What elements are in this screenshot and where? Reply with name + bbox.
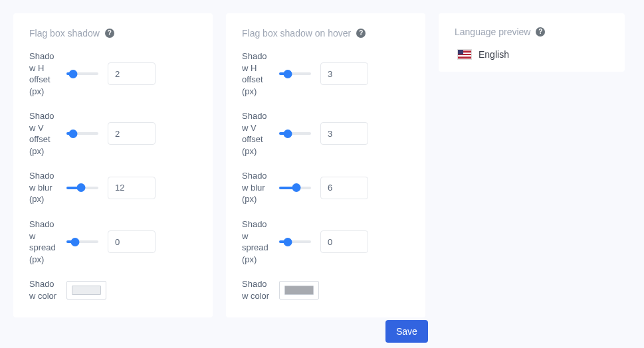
shadow-blur-slider[interactable] [279, 183, 311, 193]
panel-title: Flag box shadow ? [29, 28, 197, 39]
panel-title-text: Flag box shadow [29, 28, 100, 39]
shadow-color-picker[interactable] [279, 281, 319, 300]
shadow-h-offset-slider[interactable] [66, 69, 98, 78]
help-icon[interactable]: ? [356, 29, 366, 38]
shadow-spread-input[interactable] [320, 230, 368, 253]
shadow-h-offset-input[interactable] [320, 62, 368, 85]
shadow-blur-row: Shadow blur (px) [242, 170, 409, 205]
flag-shadow-panel: Flag box shadow ? Shadow H offset (px) S… [13, 13, 213, 317]
shadow-blur-row: Shadow blur (px) [29, 170, 197, 205]
shadow-h-offset-row: Shadow H offset (px) [242, 50, 409, 97]
shadow-spread-row: Shadow spread (px) [29, 218, 197, 265]
field-label: Shadow color [242, 278, 270, 302]
panel-title-text: Flag box shadow on hover [242, 28, 351, 39]
field-label: Shadow H offset (px) [242, 50, 270, 97]
field-label: Shadow blur (px) [242, 170, 270, 205]
panel-title-text: Language preview [455, 27, 530, 37]
help-icon[interactable]: ? [105, 29, 114, 38]
field-label: Shadow spread (px) [242, 218, 270, 265]
shadow-v-offset-input[interactable] [108, 122, 156, 145]
panel-title: Flag box shadow on hover ? [242, 28, 409, 39]
field-label: Shadow V offset (px) [242, 110, 270, 157]
language-preview-panel: Language preview ? English [439, 13, 625, 72]
shadow-spread-input[interactable] [108, 230, 156, 253]
panel-title: Language preview ? [455, 27, 609, 37]
language-label: English [479, 49, 509, 60]
field-label: Shadow V offset (px) [29, 110, 57, 157]
color-swatch-icon [284, 286, 314, 295]
shadow-color-row: Shadow color [29, 278, 197, 302]
shadow-h-offset-input[interactable] [108, 62, 156, 85]
shadow-v-offset-row: Shadow V offset (px) [29, 110, 197, 157]
field-label: Shadow color [29, 278, 57, 302]
language-preview-item[interactable]: English [455, 49, 609, 60]
field-label: Shadow H offset (px) [29, 50, 57, 97]
shadow-v-offset-slider[interactable] [279, 129, 311, 138]
shadow-spread-slider[interactable] [279, 237, 311, 246]
color-swatch-icon [72, 286, 101, 295]
shadow-h-offset-row: Shadow H offset (px) [29, 50, 197, 97]
us-flag-icon [457, 49, 472, 60]
shadow-blur-input[interactable] [320, 177, 368, 199]
shadow-v-offset-row: Shadow V offset (px) [242, 110, 409, 157]
field-label: Shadow spread (px) [29, 218, 57, 265]
shadow-color-picker[interactable] [66, 281, 106, 300]
flag-shadow-hover-panel: Flag box shadow on hover ? Shadow H offs… [226, 13, 425, 317]
field-label: Shadow blur (px) [29, 170, 57, 205]
shadow-h-offset-slider[interactable] [279, 69, 311, 78]
shadow-v-offset-input[interactable] [320, 122, 368, 145]
shadow-spread-row: Shadow spread (px) [242, 218, 409, 265]
save-button[interactable]: Save [385, 320, 428, 343]
shadow-blur-slider[interactable] [66, 183, 98, 193]
help-icon[interactable]: ? [536, 27, 545, 37]
shadow-spread-slider[interactable] [66, 237, 98, 246]
shadow-color-row: Shadow color [242, 278, 409, 302]
shadow-blur-input[interactable] [108, 177, 156, 199]
shadow-v-offset-slider[interactable] [66, 129, 98, 138]
